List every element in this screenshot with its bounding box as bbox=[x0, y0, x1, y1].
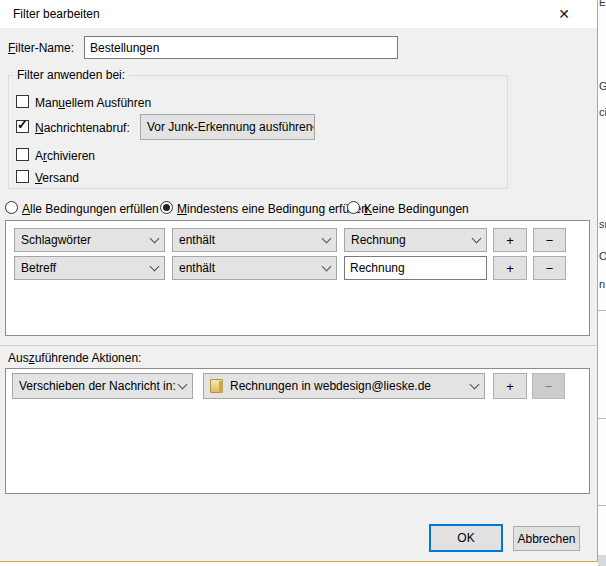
background-text-fragment: Er bbox=[599, 0, 606, 8]
radio-selected-dot bbox=[163, 204, 170, 211]
cancel-button[interactable]: Abbrechen bbox=[513, 526, 580, 551]
add-action-button[interactable]: + bbox=[493, 373, 527, 399]
junk-timing-dropdown-value: Vor Junk-Erkennung ausführen bbox=[147, 120, 312, 134]
dialog-titlebar: Filter bearbeiten ✕ bbox=[0, 0, 597, 28]
radio-match-all[interactable] bbox=[5, 201, 18, 214]
condition-value-input[interactable] bbox=[344, 256, 487, 280]
checkmark-icon: ✓ bbox=[17, 118, 28, 131]
radio-match-any-label[interactable]: Mindestens eine Bedingung erfüllen bbox=[177, 202, 368, 216]
remove-condition-button[interactable]: − bbox=[533, 256, 566, 280]
remove-condition-button[interactable]: − bbox=[533, 228, 566, 252]
condition-operator-dropdown[interactable]: enthält bbox=[172, 256, 337, 280]
filter-name-label: Filter-Name: bbox=[8, 41, 74, 55]
background-text-fragment: G bbox=[599, 80, 606, 92]
background-text-fragment: ci bbox=[599, 106, 606, 118]
remove-action-button[interactable]: − bbox=[532, 373, 565, 399]
chevron-down-icon bbox=[150, 261, 160, 271]
background-divider bbox=[598, 310, 606, 311]
background-divider bbox=[598, 418, 606, 419]
radio-match-none[interactable] bbox=[347, 201, 360, 214]
background-text-fragment: sr bbox=[599, 218, 606, 230]
condition-field-dropdown[interactable]: Betreff bbox=[14, 256, 165, 280]
ok-button[interactable]: OK bbox=[429, 524, 503, 552]
checkbox-sending-label[interactable]: Versand bbox=[35, 171, 79, 185]
radio-match-none-label[interactable]: Keine Bedingungen bbox=[364, 202, 469, 216]
section-divider bbox=[0, 345, 597, 346]
background-text-fragment: O bbox=[599, 250, 606, 262]
action-target-folder-dropdown[interactable]: Rechnungen in webdesign@lieske.de bbox=[203, 373, 485, 399]
checkbox-manual-run-label[interactable]: Manuellem Ausführen bbox=[35, 96, 151, 110]
checkbox-manual-run[interactable] bbox=[16, 95, 29, 108]
chevron-down-icon bbox=[178, 379, 188, 389]
filter-edit-dialog: Filter bearbeiten ✕ Filter-Name: Filter … bbox=[0, 0, 598, 562]
checkbox-sending[interactable] bbox=[16, 170, 29, 183]
checkbox-getting-mail[interactable]: ✓ bbox=[16, 120, 29, 133]
chevron-down-icon bbox=[470, 379, 480, 389]
condition-operator-dropdown[interactable]: enthält bbox=[172, 228, 337, 252]
radio-match-any[interactable] bbox=[160, 201, 173, 214]
actions-label: Auszuführende Aktionen: bbox=[8, 351, 141, 365]
chevron-down-icon bbox=[150, 233, 160, 243]
filter-name-input[interactable] bbox=[84, 36, 398, 59]
chevron-down-icon bbox=[322, 261, 332, 271]
action-type-dropdown[interactable]: Verschieben der Nachricht in: bbox=[12, 373, 193, 399]
chevron-down-icon bbox=[472, 233, 482, 243]
close-icon[interactable]: ✕ bbox=[551, 3, 577, 25]
add-condition-button[interactable]: + bbox=[493, 256, 527, 280]
folder-icon bbox=[210, 379, 223, 393]
radio-match-all-label[interactable]: Alle Bedingungen erfüllen bbox=[22, 202, 159, 216]
condition-value-dropdown[interactable]: Rechnung bbox=[344, 228, 487, 252]
background-text-fragment: n bbox=[599, 278, 605, 290]
checkbox-getting-mail-label[interactable]: Nachrichtenabruf: bbox=[35, 121, 130, 135]
checkbox-archiving-label[interactable]: Archivieren bbox=[35, 149, 95, 163]
background-footer-block bbox=[598, 555, 606, 566]
checkbox-archiving[interactable] bbox=[16, 148, 29, 161]
apply-when-legend: Filter anwenden bei: bbox=[13, 68, 129, 82]
dialog-title: Filter bearbeiten bbox=[13, 7, 100, 21]
chevron-down-icon bbox=[322, 233, 332, 243]
condition-field-dropdown[interactable]: Schlagwörter bbox=[14, 228, 165, 252]
junk-timing-dropdown[interactable]: Vor Junk-Erkennung ausführen bbox=[140, 114, 315, 140]
background-divider bbox=[598, 505, 606, 506]
add-condition-button[interactable]: + bbox=[493, 228, 527, 252]
